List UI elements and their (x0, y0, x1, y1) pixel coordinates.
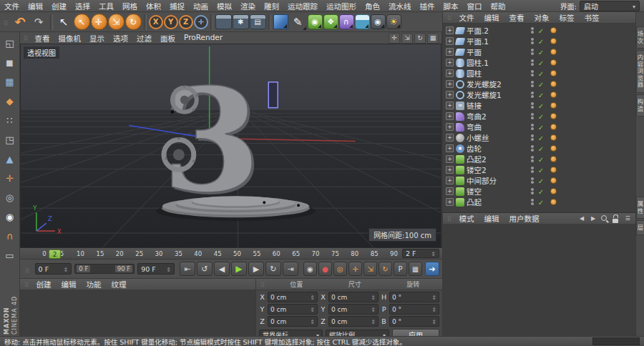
position-field[interactable]: 0 cm (268, 292, 318, 302)
range-slider-start[interactable]: 0 F (77, 265, 90, 272)
render-queue-icon[interactable]: ▤ (250, 14, 266, 29)
position-key-toggle[interactable]: ✛ (348, 262, 362, 276)
door-icon[interactable]: ➜ (425, 262, 439, 276)
enabled-check-icon[interactable] (537, 26, 545, 35)
menu-item[interactable]: 角色 (361, 1, 384, 11)
expand-icon[interactable] (446, 134, 454, 142)
visibility-dots[interactable] (530, 156, 535, 162)
keyframe-selection-button[interactable]: ◎ (333, 262, 347, 276)
object-row[interactable]: 平面 (443, 46, 635, 57)
attributes-area[interactable] (443, 224, 635, 336)
range-slider-end[interactable]: 90 F (115, 265, 132, 272)
visibility-dots[interactable] (530, 199, 535, 205)
generator-array-icon[interactable]: ❖ (323, 14, 338, 29)
expand-icon[interactable] (446, 69, 454, 77)
timeline-playhead[interactable]: 2 (49, 249, 61, 259)
visibility-dots[interactable] (530, 134, 535, 141)
menu-item[interactable]: 窗口 (463, 1, 487, 11)
object-row[interactable]: 圆柱 (443, 68, 635, 79)
materials-area[interactable] (20, 290, 255, 336)
toggle-views-icon[interactable]: ▦ (427, 33, 439, 44)
object-row[interactable]: 平面.2 (443, 25, 635, 36)
drag-handle-icon[interactable] (25, 262, 30, 276)
range-start-field[interactable]: 0 F (35, 263, 72, 275)
menu-item[interactable]: 运动图形 (322, 1, 361, 11)
visibility-dots[interactable] (530, 81, 535, 87)
stepper-icon[interactable] (64, 265, 69, 273)
rotate-view-icon[interactable]: ↻ (414, 33, 426, 44)
dock-tab[interactable]: 属性 (636, 197, 644, 219)
object-row[interactable]: 齿轮 (443, 143, 635, 154)
viewport-menu-item[interactable]: 过滤 (132, 33, 156, 44)
tag-icon[interactable] (550, 38, 557, 44)
prev-key-button[interactable]: ↺ (197, 262, 213, 276)
position-field[interactable]: 0 cm (268, 304, 318, 315)
stepper-icon[interactable] (431, 294, 436, 301)
enabled-check-icon[interactable] (537, 37, 545, 46)
tag-icon[interactable] (550, 49, 557, 55)
menu-item[interactable]: 脚本 (439, 1, 463, 11)
live-selection-icon[interactable]: ↖ (74, 14, 90, 30)
forward-icon[interactable]: ▶ (589, 214, 597, 223)
pla-toggle[interactable]: ▦ (409, 262, 422, 276)
separator[interactable] (50, 14, 53, 30)
object-name[interactable]: 平面.1 (467, 36, 528, 46)
visibility-dots[interactable] (530, 124, 535, 130)
viewport-menu-item[interactable]: 摄像机 (54, 33, 86, 44)
viewport-menu-item[interactable]: 选项 (109, 33, 132, 44)
visibility-dots[interactable] (530, 113, 535, 119)
object-row[interactable]: 镂空 (443, 186, 635, 197)
selected-plane-object[interactable] (268, 82, 278, 108)
menu-item[interactable]: 雕刻 (260, 1, 283, 11)
object-manager-menu-item[interactable]: 标签 (555, 12, 580, 23)
next-frame-button[interactable]: ▶ (248, 262, 264, 276)
next-key-button[interactable]: ↻ (265, 262, 281, 276)
menu-item[interactable]: 帮助 (487, 1, 510, 11)
dock-tab[interactable]: 构造 (636, 94, 644, 117)
viewport-canvas[interactable]: 3 3 (20, 44, 441, 248)
search-icon[interactable] (600, 214, 609, 223)
scale-key-toggle[interactable]: ⇲ (364, 262, 377, 276)
texture-mode-icon[interactable]: ▦ (1, 74, 19, 90)
object-name[interactable]: 镂空2 (467, 164, 528, 175)
expand-icon[interactable] (446, 37, 454, 45)
menu-item[interactable]: 编辑 (24, 1, 47, 11)
stepper-icon[interactable] (310, 318, 315, 325)
position-field[interactable]: 0 cm (268, 316, 318, 327)
tag-icon[interactable] (550, 92, 557, 98)
expand-icon[interactable] (446, 91, 454, 99)
rotation-field[interactable]: 0 ° (389, 292, 439, 302)
stepper-icon[interactable] (371, 306, 376, 313)
number-3-object[interactable]: 3 3 (162, 56, 263, 226)
rotation-field[interactable]: 0 ° (389, 304, 439, 315)
enabled-check-icon[interactable] (537, 59, 545, 67)
object-row[interactable]: 凸起 (443, 197, 635, 207)
object-row[interactable]: 圆柱.1 (443, 57, 635, 68)
object-row[interactable]: 发光螺旋2 (443, 79, 635, 89)
goto-start-button[interactable]: ⇤ (180, 262, 195, 276)
rotation-key-toggle[interactable]: ↻ (379, 262, 392, 276)
workplane-mode-icon[interactable]: ◆ (1, 93, 19, 109)
object-name[interactable]: 齿轮 (467, 143, 528, 154)
lock-icon[interactable] (612, 214, 620, 223)
tag-icon[interactable] (550, 167, 557, 173)
drag-handle-icon[interactable] (260, 280, 265, 289)
enabled-check-icon[interactable] (537, 187, 545, 196)
menu-item[interactable]: 网格 (118, 1, 142, 11)
viewport-menu-item[interactable]: 显示 (85, 33, 109, 44)
size-field[interactable]: 0 cm (328, 316, 379, 327)
menu-item[interactable]: 文件 (0, 1, 24, 11)
tag-icon[interactable] (550, 70, 557, 76)
viewport-menu-item[interactable]: ProRender (180, 33, 227, 44)
enabled-check-icon[interactable] (537, 102, 545, 110)
visibility-dots[interactable] (530, 145, 535, 152)
expand-icon[interactable] (446, 187, 454, 195)
object-row[interactable]: 弯曲 (443, 122, 635, 132)
object-name[interactable]: 平面 (467, 46, 528, 57)
play-button[interactable]: ▶ (231, 262, 247, 276)
attributes-menu-item[interactable]: 用户数据 (504, 213, 545, 224)
camera-icon[interactable]: ◉ (371, 14, 386, 29)
object-name[interactable]: 小螺丝 (467, 132, 528, 143)
visibility-dots[interactable] (530, 38, 535, 44)
object-name[interactable]: 圆柱 (467, 68, 528, 79)
